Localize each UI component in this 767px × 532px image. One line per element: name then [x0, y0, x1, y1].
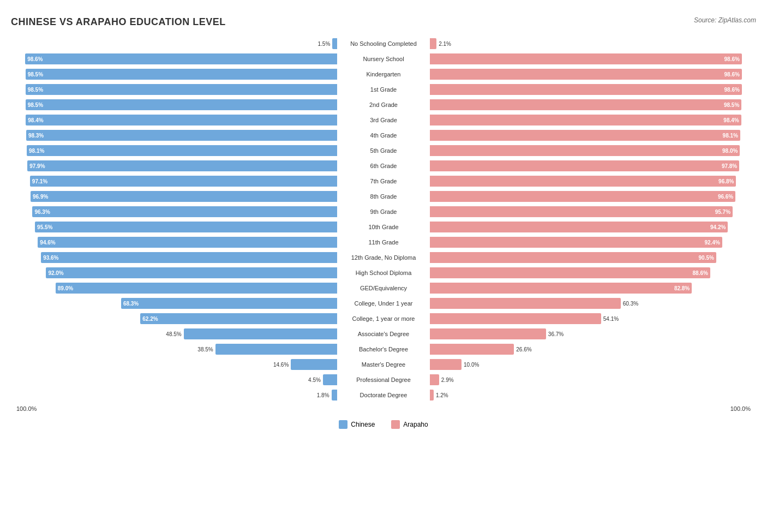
right-value-inside: 95.7%	[715, 209, 730, 215]
center-label-wrapper: No Schooling Completed	[337, 40, 430, 47]
table-row: 89.0%GED/Equivalency82.8%	[11, 280, 756, 296]
left-bar: 89.0%	[56, 283, 337, 294]
right-bar-wrapper: 98.4%	[430, 115, 756, 125]
row-label: 8th Grade	[337, 193, 430, 200]
left-bar: 98.5%	[26, 69, 337, 80]
table-row: 98.5%Kindergarten98.6%	[11, 67, 756, 82]
right-bar-wrapper: 10.0%	[430, 359, 756, 370]
left-value-inside: 96.9%	[33, 194, 48, 200]
right-bar-wrapper: 1.2%	[430, 390, 756, 401]
right-bar: 94.2%	[430, 222, 728, 232]
center-label-wrapper: High School Diploma	[337, 270, 430, 276]
row-label: High School Diploma	[337, 270, 430, 276]
row-label: GED/Equivalency	[337, 285, 430, 291]
center-label-wrapper: 12th Grade, No Diploma	[337, 254, 430, 261]
table-row: 62.2%College, 1 year or more54.1%	[11, 311, 756, 326]
left-value-inside: 92.0%	[48, 270, 63, 276]
right-bar	[430, 38, 436, 49]
right-bar: 82.8%	[430, 283, 692, 294]
row-label: 4th Grade	[337, 132, 430, 139]
row-label: 3rd Grade	[337, 117, 430, 123]
left-bar: 98.5%	[26, 99, 337, 110]
left-bar-wrapper: 93.6%	[11, 252, 337, 263]
left-value-inside: 68.3%	[123, 301, 139, 307]
left-bar	[332, 38, 337, 49]
right-value-inside: 94.2%	[710, 224, 726, 230]
right-value-inside: 82.8%	[674, 285, 690, 291]
left-bar-wrapper: 92.0%	[11, 267, 337, 278]
left-bar	[323, 374, 337, 385]
center-label-wrapper: 3rd Grade	[337, 117, 430, 123]
right-value-outside: 60.3%	[623, 301, 638, 307]
chart-area: 1.5%No Schooling Completed2.1%98.6%Nurse…	[11, 36, 756, 403]
center-label-wrapper: Professional Degree	[337, 376, 430, 383]
right-bar: 98.1%	[430, 130, 740, 141]
right-bar-wrapper: 82.8%	[430, 283, 756, 294]
row-label: Doctorate Degree	[337, 392, 430, 398]
table-row: 96.3%9th Grade95.7%	[11, 204, 756, 219]
right-bar-wrapper: 98.1%	[430, 130, 756, 141]
right-value-inside: 96.6%	[718, 194, 733, 200]
row-label: Master's Degree	[337, 361, 430, 368]
left-bar-wrapper: 89.0%	[11, 283, 337, 294]
center-label-wrapper: 2nd Grade	[337, 101, 430, 108]
right-value-inside: 88.6%	[693, 270, 708, 276]
right-value-outside: 1.2%	[436, 392, 448, 398]
left-bar: 95.5%	[35, 222, 337, 232]
right-value-outside: 2.9%	[441, 377, 454, 383]
center-label-wrapper: Kindergarten	[337, 71, 430, 77]
left-value-outside: 1.5%	[318, 41, 331, 47]
center-label-wrapper: GED/Equivalency	[337, 285, 430, 291]
right-bar: 98.5%	[430, 99, 741, 110]
right-value-inside: 96.8%	[718, 178, 734, 184]
left-value-inside: 96.3%	[34, 209, 50, 215]
left-bar: 98.6%	[25, 53, 337, 64]
center-label-wrapper: 7th Grade	[337, 178, 430, 184]
chinese-color-swatch	[339, 420, 347, 429]
row-label: Professional Degree	[337, 376, 430, 383]
right-bar-wrapper: 96.8%	[430, 176, 756, 187]
row-label: 9th Grade	[337, 208, 430, 215]
left-bar-wrapper: 96.3%	[11, 206, 337, 217]
right-bar-wrapper: 2.1%	[430, 38, 756, 49]
left-bar-wrapper: 94.6%	[11, 237, 337, 248]
left-bar-wrapper: 48.5%	[11, 328, 337, 339]
left-value-inside: 98.5%	[28, 87, 43, 93]
right-bar-wrapper: 98.5%	[430, 99, 756, 110]
row-label: 10th Grade	[337, 224, 430, 230]
right-bar-wrapper: 2.9%	[430, 374, 756, 385]
center-label-wrapper: Doctorate Degree	[337, 392, 430, 398]
center-label-wrapper: 5th Grade	[337, 147, 430, 154]
left-value-inside: 89.0%	[58, 285, 73, 291]
right-bar-wrapper: 97.8%	[430, 160, 756, 171]
left-value-outside: 4.5%	[308, 377, 321, 383]
left-bar	[291, 359, 337, 370]
right-bar: 90.5%	[430, 252, 716, 263]
center-label-wrapper: College, 1 year or more	[337, 315, 430, 322]
table-row: 97.9%6th Grade97.8%	[11, 158, 756, 174]
right-value-outside: 2.1%	[439, 41, 451, 47]
row-label: No Schooling Completed	[337, 40, 430, 47]
source-label: Source: ZipAtlas.com	[694, 16, 756, 24]
right-value-inside: 98.6%	[724, 56, 740, 62]
left-bar	[184, 328, 337, 339]
table-row: 95.5%10th Grade94.2%	[11, 219, 756, 235]
center-label-wrapper: Nursery School	[337, 56, 430, 62]
row-label: Bachelor's Degree	[337, 346, 430, 352]
left-bar-wrapper: 1.5%	[11, 38, 337, 49]
right-bar-wrapper: 98.6%	[430, 84, 756, 95]
chart-container: CHINESE VS ARAPAHO EDUCATION LEVEL Sourc…	[0, 0, 767, 462]
right-bar-wrapper: 26.6%	[430, 344, 756, 355]
left-bar-wrapper: 95.5%	[11, 222, 337, 232]
left-bar: 98.3%	[26, 130, 337, 141]
left-bar: 68.3%	[121, 298, 337, 309]
right-bar	[430, 313, 601, 324]
left-value-inside: 98.1%	[29, 148, 44, 154]
left-value-outside: 48.5%	[166, 331, 181, 337]
left-bar-wrapper: 68.3%	[11, 298, 337, 309]
center-label-wrapper: College, Under 1 year	[337, 300, 430, 307]
left-bar: 96.9%	[31, 191, 337, 202]
row-label: 5th Grade	[337, 147, 430, 154]
left-value-inside: 97.9%	[29, 163, 45, 169]
right-bar: 88.6%	[430, 267, 710, 278]
